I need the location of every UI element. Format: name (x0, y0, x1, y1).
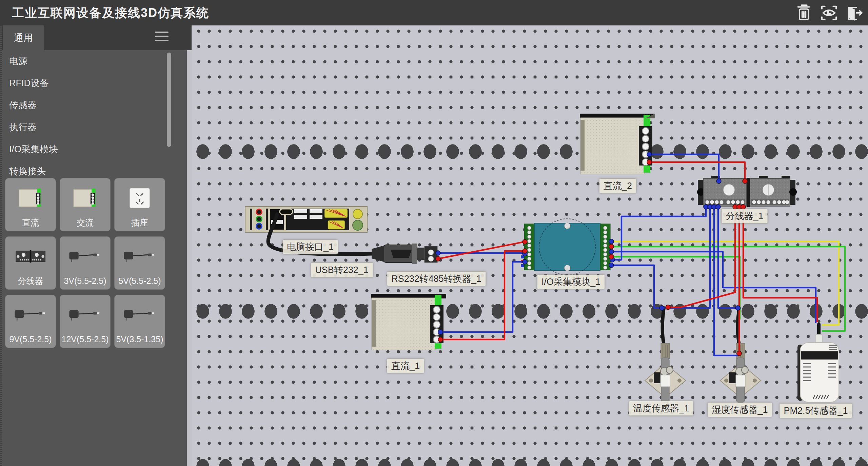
sidebar-item-rfid[interactable]: RFID设备 (2, 72, 192, 94)
exit-button[interactable] (844, 3, 865, 23)
dc-power-thumb-icon (5, 178, 56, 217)
pegboard-hole-row (192, 459, 868, 466)
palette-card-label: 交流 (77, 217, 94, 228)
adapter-thumb-icon (115, 237, 165, 276)
app-title: 工业互联网设备及接线3D仿真系统 (12, 5, 209, 21)
menu-scrollbar[interactable] (167, 53, 171, 147)
palette-card-splitter[interactable]: 分线器 (5, 236, 56, 290)
device-label: PM2.5传感器_1 (780, 404, 852, 418)
palette-card-socket[interactable]: 插座 (114, 178, 165, 231)
palette-card-label: 3V(5.5-2.5) (64, 276, 106, 286)
palette-card-label: 9V(5.5-2.5) (9, 334, 52, 344)
sidebar-item-power[interactable]: 电源 (2, 50, 192, 72)
device-label: 直流_1 (387, 359, 424, 373)
palette-scrollbar-track[interactable] (187, 50, 192, 466)
category-menu: 电源 RFID设备 传感器 执行器 I/O采集模块 转换接头 (2, 50, 192, 182)
device-label: USB转232_1 (311, 263, 373, 277)
palette-card-5v-135[interactable]: 5V(3.5-1.35) (114, 295, 165, 348)
device-label: RS232转485转换器_1 (387, 272, 486, 286)
palette-card-ac[interactable]: 交流 (60, 178, 111, 231)
palette-card-label: 12V(5.5-2.5) (62, 334, 109, 344)
palette-card-dc[interactable]: 直流 (5, 178, 56, 231)
sidebar-item-actuator[interactable]: 执行器 (2, 116, 192, 138)
top-bar: 工业互联网设备及接线3D仿真系统 (0, 0, 868, 25)
device-label: 湿度传感器_1 (708, 403, 772, 417)
trash-icon (794, 3, 813, 22)
palette-card-5v[interactable]: 5V(5.5-2.5) (114, 236, 165, 290)
device-label: 温度传感器_1 (629, 401, 693, 415)
hamburger-icon[interactable] (155, 30, 169, 43)
device-palette: 直流 交流 插座 分线器 3V(5.5-2.5) (5, 178, 172, 348)
sidebar-panel: 通用 电源 RFID设备 传感器 执行器 I/O采集模块 转换接头 直流 交流 (2, 25, 192, 466)
focus-view-button[interactable] (818, 3, 840, 23)
exit-icon (845, 3, 864, 22)
adapter-thumb-icon (60, 237, 110, 276)
sidebar-item-io-module[interactable]: I/O采集模块 (2, 138, 192, 160)
delete-button[interactable] (793, 3, 814, 23)
palette-card-3v[interactable]: 3V(5.5-2.5) (60, 236, 111, 290)
tab-general[interactable]: 通用 (3, 25, 44, 50)
palette-card-label: 5V(5.5-2.5) (118, 276, 161, 286)
adapter-thumb-icon (115, 295, 165, 334)
palette-card-label: 直流 (22, 217, 39, 228)
palette-card-label: 分线器 (18, 276, 43, 286)
pegboard-hole-row (192, 304, 868, 319)
palette-card-9v[interactable]: 9V(5.5-2.5) (5, 295, 56, 348)
pegboard-hole-row (192, 144, 868, 159)
splitter-thumb-icon (5, 237, 56, 276)
toolbar-actions (793, 3, 865, 23)
socket-thumb-icon (115, 178, 165, 217)
sidebar: 通用 电源 RFID设备 传感器 执行器 I/O采集模块 转换接头 直流 交流 (0, 25, 192, 466)
focus-view-icon (820, 3, 839, 22)
adapter-thumb-icon (5, 295, 56, 334)
adapter-thumb-icon (60, 295, 110, 334)
device-label: 电脑接口_1 (283, 240, 338, 254)
device-label: I/O采集模块_1 (537, 275, 605, 289)
palette-card-label: 5V(3.5-1.35) (116, 334, 163, 344)
device-label: 分线器_1 (722, 209, 767, 223)
palette-card-12v[interactable]: 12V(5.5-2.5) (60, 295, 111, 348)
ac-power-thumb-icon (60, 178, 110, 217)
palette-card-label: 插座 (131, 217, 148, 228)
device-label: 直流_2 (599, 179, 636, 193)
sidebar-item-sensor[interactable]: 传感器 (2, 94, 192, 116)
tab-strip: 通用 (2, 25, 192, 50)
